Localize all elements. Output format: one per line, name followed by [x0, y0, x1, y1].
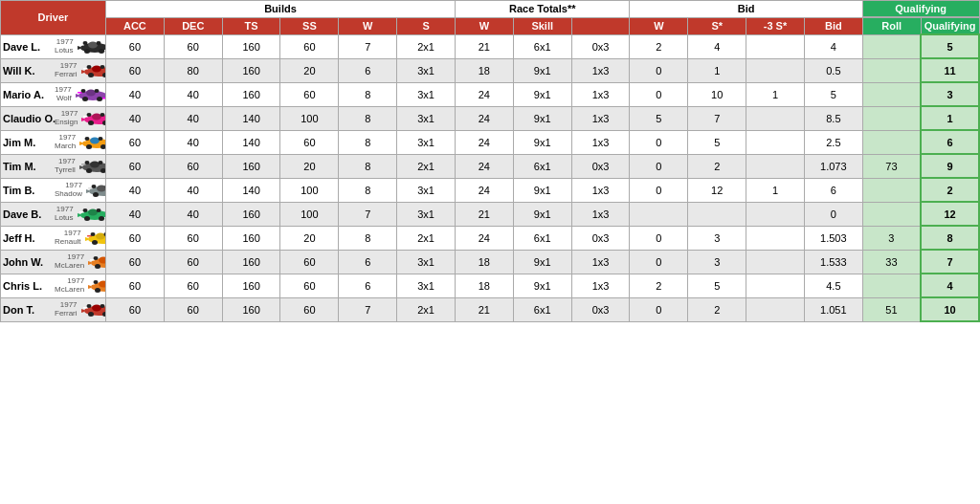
- minus3s-cell: [746, 297, 805, 321]
- driver-cell: Chris L. 1977 McLaren: [1, 274, 106, 297]
- w-bid-cell: 0: [630, 226, 688, 250]
- ss-cell: 60: [280, 274, 339, 297]
- skill-header: Skill: [513, 17, 571, 34]
- svg-point-107: [95, 288, 100, 293]
- acc-cell: 60: [106, 34, 165, 58]
- table-row: Dave L. 1977 Lotus 60601606072x1216x10x3…: [1, 34, 980, 58]
- w-race-cell: 24: [455, 226, 513, 250]
- svg-point-6: [99, 49, 104, 54]
- w-race-cell: 18: [455, 274, 513, 297]
- driver-name: John W.: [3, 256, 53, 268]
- skill-cell: 9x1: [513, 58, 571, 82]
- svg-point-89: [90, 232, 95, 236]
- minus3s-cell: [746, 106, 805, 130]
- roll-cell: [862, 274, 921, 297]
- skill-cell: 9x1: [513, 202, 571, 226]
- svg-point-117: [88, 312, 94, 317]
- driver-cell: John W. 1977 McLaren: [1, 250, 106, 274]
- car-model: Ferrari: [55, 71, 78, 79]
- car-model: Renault: [55, 238, 81, 247]
- roll-cell: [862, 178, 921, 202]
- table-row: Jeff H. 1977 Renault 60601602082x1246x10…: [1, 226, 980, 250]
- skill2-cell: 1x3: [571, 82, 630, 106]
- ts-cell: 140: [222, 106, 280, 130]
- minus3s-cell: [746, 130, 805, 154]
- svg-point-3: [88, 41, 98, 48]
- s-star-header: S*: [688, 17, 746, 34]
- ts-cell: 160: [222, 226, 280, 250]
- skill2-cell: 0x3: [571, 154, 630, 178]
- svg-point-47: [86, 144, 92, 149]
- svg-marker-92: [88, 261, 91, 265]
- svg-point-28: [94, 89, 99, 93]
- driver-cell: Tim M. 1977 Tyrrell: [1, 154, 106, 178]
- car-icon: [79, 157, 106, 176]
- driver-cell: Jeff H. 1977 Renault: [1, 226, 106, 250]
- dec-cell: 40: [164, 202, 222, 226]
- dec-cell: 60: [164, 154, 222, 178]
- ts-cell: 160: [222, 250, 280, 274]
- ts-cell: 160: [222, 274, 280, 297]
- skill2-cell: 1x3: [571, 202, 630, 226]
- bid-val-cell: 5: [804, 82, 862, 106]
- driver-cell: Don T. 1977 Ferrari: [1, 297, 106, 321]
- svg-point-7: [84, 49, 90, 54]
- car-model: Shadow: [55, 190, 82, 199]
- w-race-cell: 18: [455, 250, 513, 274]
- driver-name: Will K.: [3, 65, 53, 77]
- driver-cell: Mario A. 1977 Wolf: [1, 82, 106, 106]
- ss-header: SS: [280, 17, 339, 34]
- svg-point-58: [98, 161, 102, 164]
- svg-marker-22: [76, 94, 78, 98]
- w-bid-header: W: [630, 17, 688, 34]
- car-icon: [81, 61, 106, 80]
- svg-point-118: [100, 304, 104, 308]
- ts-cell: 160: [222, 34, 280, 58]
- s-build-cell: 3x1: [397, 202, 456, 226]
- svg-point-87: [92, 240, 98, 245]
- svg-point-13: [92, 65, 101, 72]
- dec-header: DEC: [164, 17, 222, 34]
- roll-cell: [862, 34, 921, 58]
- svg-point-37: [88, 121, 94, 125]
- s-star-cell: 7: [688, 106, 746, 130]
- w-race-cell: 24: [455, 178, 513, 202]
- w-build-cell: 8: [339, 226, 397, 250]
- w-bid-cell: 0: [630, 297, 688, 321]
- s-build-header: S: [397, 17, 456, 34]
- minus3s-cell: [746, 154, 805, 178]
- driver-name: Dave B.: [3, 208, 53, 220]
- w-race-cell: 18: [455, 58, 513, 82]
- svg-point-38: [100, 113, 105, 117]
- driver-name: Tim B.: [3, 185, 53, 196]
- w-bid-cell: 0: [630, 250, 688, 274]
- acc-cell: 60: [106, 130, 165, 154]
- table-row: Chris L. 1977 McLaren 60601606063x1189x1…: [1, 274, 980, 297]
- svg-marker-2: [78, 46, 80, 50]
- s-star-cell: 3: [688, 250, 746, 274]
- qualifying-val-cell: 3: [921, 82, 979, 106]
- skill2-cell: 1x3: [571, 274, 630, 297]
- car-icon: [81, 109, 105, 128]
- bid-val-header: Bid: [804, 17, 862, 34]
- car-icon: [78, 37, 106, 56]
- w-bid-cell: 0: [630, 82, 688, 106]
- svg-point-8: [96, 41, 100, 45]
- w-bid-cell: 2: [630, 34, 688, 58]
- ts-cell: 160: [222, 82, 280, 106]
- s-build-cell: 3x1: [397, 58, 456, 82]
- w-race-cell: 21: [455, 202, 513, 226]
- s-star-cell: 12: [688, 178, 746, 202]
- bid-val-cell: 1.073: [804, 154, 862, 178]
- s-star-cell: 1: [688, 58, 746, 82]
- roll-cell: [862, 82, 921, 106]
- bid-val-cell: 0.5: [804, 58, 862, 82]
- table-row: Don T. 1977 Ferrari 60601606072x1216x10x…: [1, 297, 980, 321]
- bid-group-header: Bid: [630, 1, 862, 18]
- minus3s-header: -3 S*: [746, 17, 805, 34]
- skill2-cell: 0x3: [571, 297, 630, 321]
- svg-marker-12: [81, 70, 84, 74]
- car-icon: [76, 85, 106, 104]
- w-build-cell: 8: [339, 154, 397, 178]
- dec-cell: 60: [164, 226, 222, 250]
